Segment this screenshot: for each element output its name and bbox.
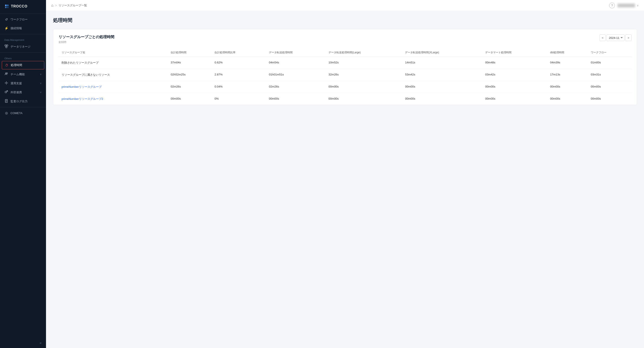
sidebar-item-workflow[interactable]: ↺ ワークフロー [0,15,46,24]
sidebar-item-label: COMETA [10,111,22,115]
app-logo: TROCCO [0,0,46,12]
prev-month-button[interactable]: < [600,35,606,41]
svg-point-9 [6,82,7,84]
sidebar-item-operations[interactable]: 運用支援 ∨ [0,79,46,88]
chevron-down-icon: ∨ [40,91,42,94]
cell-resource-name: 削除されたリソースグループ [58,57,168,69]
cell-resource-name: リソースグループに属さないリソース [58,69,168,81]
collapse-sidebar-button[interactable]: « [0,338,46,348]
connection-icon: ⚡ [4,26,8,30]
month-selector[interactable]: 2024-11 [606,35,624,41]
cell-dbt: 00m00s [547,93,588,105]
breadcrumb: ⌂ > リソースグループ一覧 [51,4,87,8]
user-avatar [618,4,635,8]
cell-datamart: 00m48s [482,57,547,69]
cell-workflow: 00m00s [588,93,632,105]
user-info: ∨ [618,4,639,8]
card-title: リソースグループごとの処理時間 [58,35,114,40]
cell-transfer-time: 02m26s [266,81,326,93]
sidebar-item-label: チーム機能 [10,72,25,76]
cell-workflow: 03m31s [588,69,632,81]
cell-transfer-xlarge: 53m42s [402,69,482,81]
svg-rect-2 [5,7,6,8]
svg-rect-5 [6,45,8,46]
cell-total-time: 37m04s [168,57,212,69]
cell-transfer-large: 00m00s [326,93,402,105]
card-count: 全93件 [58,40,114,44]
sidebar-item-label: 接続情報 [10,26,22,30]
cell-dbt: 04m39s [547,57,588,69]
sidebar-item-label: 外部連携 [10,90,22,94]
cell-transfer-time: 04m54s [266,57,326,69]
cell-ratio: 0% [212,93,266,105]
table-header-row: リソースグループ名 合計処理時間 合計処理時間比率 データ転送処理時間 データ転… [58,49,632,57]
cell-transfer-large: 00m00s [326,81,402,93]
svg-rect-1 [7,5,8,6]
sidebar-item-label: 運用支援 [10,81,22,85]
topbar: ⌂ > リソースグループ一覧 ? ∨ [46,0,644,11]
sidebar-item-data-lineage[interactable]: データリネージ [0,42,46,51]
cell-dbt: 17m13s [547,69,588,81]
table-row: 削除されたリソースグループ37m04s0.62%04m54s10m52s14m5… [58,57,632,69]
cell-ratio: 2.87% [212,69,266,81]
chevron-down-icon: ∨ [40,82,42,85]
resource-name-link[interactable]: primeNumberリソースグループ [62,85,102,88]
workflow-icon: ↺ [4,18,8,22]
chevron-down-icon: ∨ [40,73,42,76]
cell-transfer-time: 01h01m51s [266,69,326,81]
cometa-icon: ◎ [4,111,8,115]
cell-resource-name[interactable]: primeNumberリソースグループ2 [58,93,168,105]
svg-rect-6 [6,47,7,48]
table-row: primeNumberリソースグループ200m00s0%00m00s00m00s… [58,93,632,105]
svg-rect-0 [5,5,6,6]
operations-icon [4,81,8,85]
cell-transfer-xlarge: 00m00s [402,81,482,93]
sidebar-item-processing-time[interactable]: ⏱ 処理時間 [2,61,44,69]
svg-rect-4 [5,45,6,46]
cell-dbt: 00m00s [547,81,588,93]
col-ratio: 合計処理時間比率 [212,49,266,57]
svg-point-7 [6,73,6,74]
next-month-button[interactable]: > [626,35,632,41]
sidebar-item-team-features[interactable]: チーム機能 ∨ [0,70,46,79]
sidebar-item-external[interactable]: 外部連携 ∨ [0,88,46,97]
cell-transfer-xlarge: 14m51s [402,57,482,69]
table-container: リソースグループ名 合計処理時間 合計処理時間比率 データ転送処理時間 データ転… [58,49,632,105]
cell-resource-name[interactable]: primeNumberリソースグループ [58,81,168,93]
sidebar-item-audit-log[interactable]: 監査ログ出力 [0,97,46,106]
others-section: Others [0,54,46,61]
sidebar-item-cometa[interactable]: ◎ COMETA [0,109,46,117]
sidebar-item-label: 処理時間 [11,63,22,67]
clock-icon: ⏱ [4,63,8,67]
user-dropdown-icon[interactable]: ∨ [637,4,639,7]
sidebar-item-label: データリネージ [10,45,30,49]
cell-total-time: 02h52m25s [168,69,212,81]
cell-ratio: 0.62% [212,57,266,69]
audit-log-icon [4,99,8,103]
col-dbt: dbt処理時間 [547,49,588,57]
cell-total-time: 02m26s [168,81,212,93]
col-transfer-time: データ転送処理時間 [266,49,326,57]
col-name: リソースグループ名 [58,49,168,57]
sidebar: TROCCO ↺ ワークフロー ⚡ 接続情報 Data Management デ… [0,0,46,348]
main-area: ⌂ > リソースグループ一覧 ? ∨ 処理時間 リソースグループごとの処理時間 … [46,0,644,348]
breadcrumb-separator: > [55,4,57,7]
breadcrumb-current: リソースグループ一覧 [58,4,87,8]
sidebar-item-label: ワークフロー [10,18,28,22]
sidebar-item-connection[interactable]: ⚡ 接続情報 [0,24,46,33]
team-icon [4,72,8,76]
col-datamart: データマート処理時間 [482,49,547,57]
cell-ratio: 0.04% [212,81,266,93]
cell-transfer-large: 10m52s [326,57,402,69]
cell-workflow: 01m00s [588,57,632,69]
external-icon [4,90,8,94]
date-nav: < 2024-11 > [600,35,632,41]
cell-datamart: 00m00s [482,93,547,105]
page-content: 処理時間 リソースグループごとの処理時間 全93件 < 2024-11 > [46,11,644,348]
card-header: リソースグループごとの処理時間 全93件 < 2024-11 > [58,35,632,48]
cell-workflow: 00m00s [588,81,632,93]
help-button[interactable]: ? [609,3,615,8]
resource-name-link[interactable]: primeNumberリソースグループ2 [62,97,103,100]
home-icon[interactable]: ⌂ [51,4,54,8]
table-row: リソースグループに属さないリソース02h52m25s2.87%01h01m51s… [58,69,632,81]
